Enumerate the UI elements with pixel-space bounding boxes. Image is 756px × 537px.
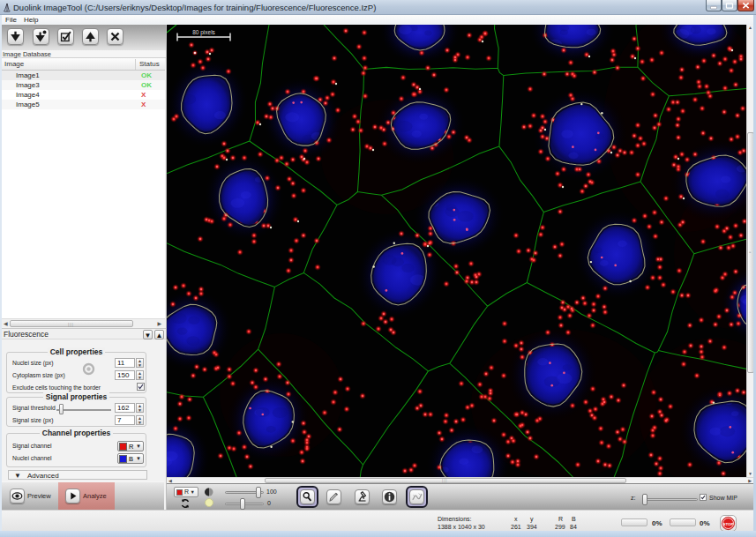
svg-text:STOP: STOP xyxy=(723,522,734,526)
svg-text:80 pixels: 80 pixels xyxy=(192,29,215,36)
